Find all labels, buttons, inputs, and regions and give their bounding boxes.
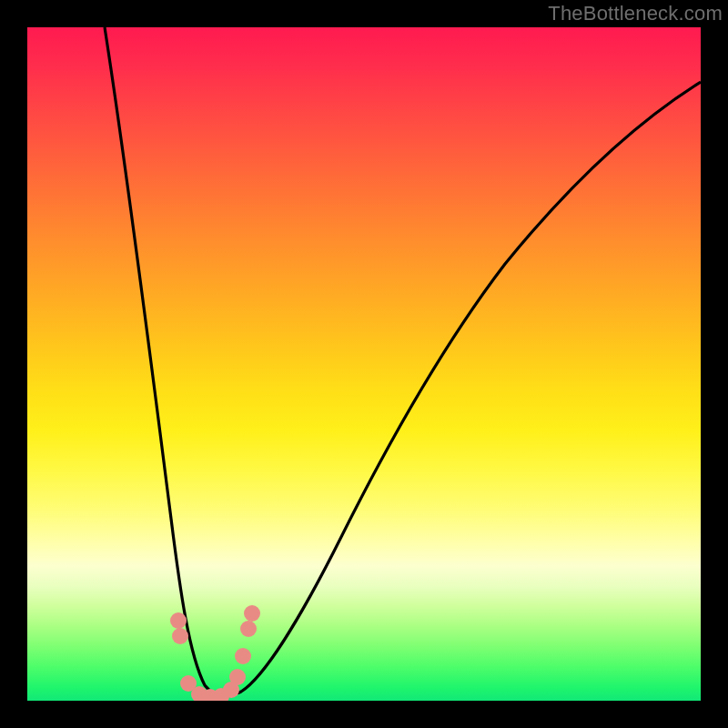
svg-point-8 (235, 648, 251, 664)
plot-area (27, 27, 701, 701)
curve-path (105, 27, 701, 696)
svg-point-9 (240, 621, 257, 637)
svg-point-10 (244, 605, 260, 622)
bottleneck-curve (27, 27, 701, 701)
svg-point-0 (170, 612, 187, 629)
svg-point-7 (229, 669, 246, 685)
chart-frame: TheBottleneck.com (0, 0, 728, 728)
svg-point-1 (172, 628, 188, 644)
watermark-text: TheBottleneck.com (548, 2, 723, 25)
